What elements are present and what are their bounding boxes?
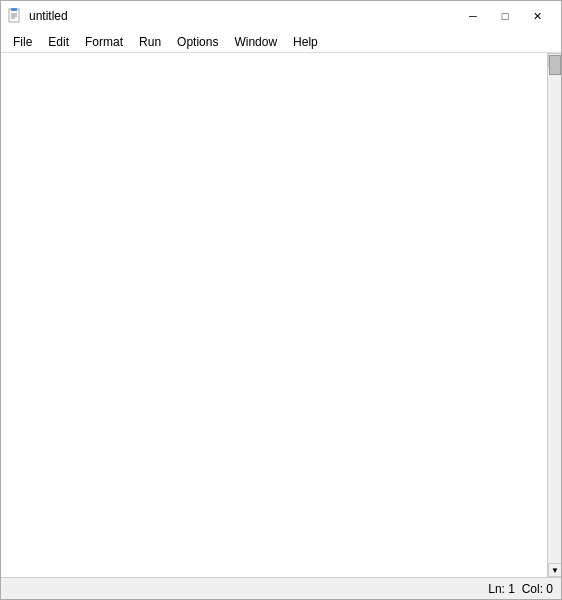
notepad-icon (7, 8, 23, 24)
menu-item-edit[interactable]: Edit (40, 33, 77, 51)
menu-item-run[interactable]: Run (131, 33, 169, 51)
title-bar: untitled ─ □ ✕ (1, 1, 561, 31)
editor-textarea[interactable] (1, 53, 547, 577)
maximize-button[interactable]: □ (489, 6, 521, 26)
svg-rect-1 (11, 8, 17, 11)
menu-item-format[interactable]: Format (77, 33, 131, 51)
minimize-button[interactable]: ─ (457, 6, 489, 26)
menu-item-help[interactable]: Help (285, 33, 326, 51)
close-button[interactable]: ✕ (521, 6, 553, 26)
status-bar: Ln: 1 Col: 0 (1, 577, 561, 599)
title-bar-left: untitled (7, 8, 68, 24)
status-line: Ln: 1 (488, 582, 515, 596)
main-window: untitled ─ □ ✕ File Edit Format Run Opti… (0, 0, 562, 600)
vertical-scrollbar[interactable]: ▲ ▼ (547, 53, 561, 577)
scrollbar-thumb[interactable] (549, 55, 561, 75)
title-bar-controls: ─ □ ✕ (457, 6, 553, 26)
window-title: untitled (29, 9, 68, 23)
status-col: Col: 0 (522, 582, 553, 596)
menu-item-file[interactable]: File (5, 33, 40, 51)
scrollbar-down-arrow[interactable]: ▼ (548, 563, 561, 577)
status-line-col: Ln: 1 Col: 0 (488, 582, 553, 596)
editor-area: ▲ ▼ (1, 53, 561, 577)
menu-item-window[interactable]: Window (226, 33, 285, 51)
menu-item-options[interactable]: Options (169, 33, 226, 51)
menu-bar: File Edit Format Run Options Window Help (1, 31, 561, 53)
